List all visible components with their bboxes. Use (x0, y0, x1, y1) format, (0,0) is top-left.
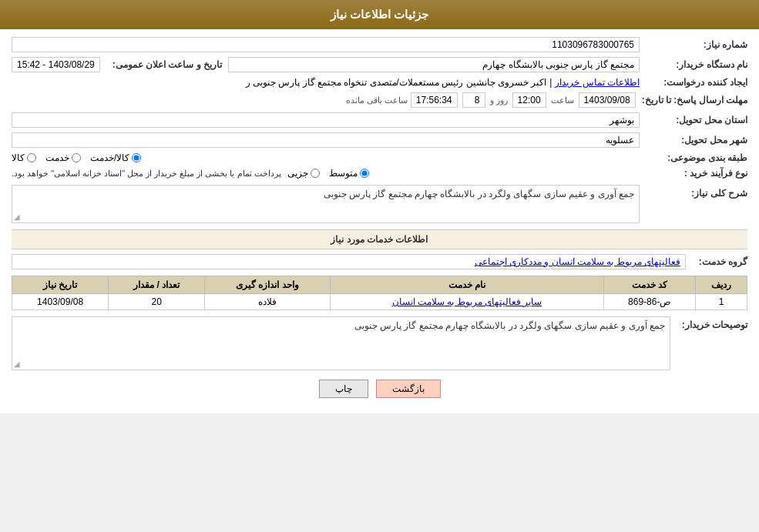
radio-khadamat-input[interactable] (72, 153, 81, 162)
radio-kala-khadamat-input[interactable] (132, 153, 141, 162)
noeFarayand-label: نوع فرآیند خرید : (640, 168, 747, 179)
col-tedad: تعداد / مقدار (109, 276, 205, 294)
radio-mottavaset-input[interactable] (360, 169, 369, 178)
radio-kala-label: کالا (12, 152, 25, 163)
tarikh-label: تاریخ و ساعت اعلان عمومی: (106, 59, 222, 70)
mohlat-remaining: 17:56:34 (411, 92, 458, 108)
tosifat-row: توصیحات خریدار: جمع آوری و عقیم سازی سگه… (12, 316, 747, 370)
cell-tedad: 20 (109, 294, 205, 310)
tosifat-box: جمع آوری و عقیم سازی سگهای ولگرد در بالا… (12, 316, 670, 370)
radio-kala: کالا (12, 152, 36, 163)
sharh-niaz-label: شرح کلی نیاز: (640, 185, 747, 199)
shomare-niaz-label: شماره نیاز: (640, 39, 747, 50)
radio-kala-khadamat: کالا/خدمت (90, 152, 141, 163)
cell-vahed: فلاده (205, 294, 330, 310)
page-header: جزئیات اطلاعات نیاز (0, 0, 759, 29)
tosifat-label: توصیحات خریدار: (670, 316, 747, 330)
cell-radif: 1 (696, 294, 747, 310)
sharh-niaz-box: جمع آوری و عقیم سازی سگهای ولگرد در بالا… (12, 185, 640, 223)
radio-jazzi-label: جزیی (287, 168, 308, 179)
mohlat-date: 1403/09/08 (579, 92, 636, 108)
radio-khadamat: خدمت (45, 152, 81, 163)
cell-kod: ص-86-869 (604, 294, 696, 310)
noeFarayand-row: نوع فرآیند خرید : متوسط جزیی پرداخت تمام… (12, 168, 747, 179)
table-header-row: ردیف کد خدمت نام خدمت واحد اندازه گیری ت… (12, 276, 747, 294)
tosifat-value: جمع آوری و عقیم سازی سگهای ولگرد در بالا… (354, 320, 665, 331)
radio-mottavaset: متوسط (329, 168, 369, 179)
col-radif: ردیف (696, 276, 747, 294)
cell-tarikh: 1403/09/08 (12, 294, 109, 310)
sharh-niaz-row: شرح کلی نیاز: جمع آوری و عقیم سازی سگهای… (12, 185, 747, 223)
ijad-konnande-row: ایجاد کننده درخواست: اطلاعات تماس خریدار… (12, 77, 747, 88)
radio-jazzi: جزیی (287, 168, 320, 179)
col-tarikh: تاریخ نیاز (12, 276, 109, 294)
grohe-khadamat-row: گروه خدمت: فعالیتهای مربوط به سلامت انسا… (12, 254, 747, 269)
col-nam: نام خدمت (330, 276, 604, 294)
tabaghe-label: طبقه بندی موضوعی: (640, 152, 747, 163)
remaining-label: ساعت باقی مانده (346, 95, 408, 105)
mohlat-rooz: 8 (462, 92, 485, 108)
services-tbody: 1 ص-86-869 سایر فعالیتهای مربوط به سلامت… (12, 294, 747, 310)
page-container: جزئیات اطلاعات نیاز شماره نیاز: 11030967… (0, 0, 759, 413)
tarikh-value: 1403/08/29 - 15:42 (12, 57, 100, 72)
radio-kala-khadamat-label: کالا/خدمت (90, 152, 129, 163)
shahr-value: عسلویه (12, 132, 640, 148)
radio-mottavaset-label: متوسط (329, 168, 358, 179)
ostan-label: استان محل تحویل: (640, 115, 747, 125)
col-vahed: واحد اندازه گیری (205, 276, 330, 294)
chap-button[interactable]: چاپ (319, 380, 368, 398)
ostan-value: بوشهر (12, 112, 640, 128)
content-area: شماره نیاز: 1103096783000765 نام دستگاه … (0, 29, 759, 413)
page-title: جزئیات اطلاعات نیاز (331, 8, 428, 21)
ostan-row: استان محل تحویل: بوشهر (12, 112, 747, 128)
ijad-konnande-label: ایجاد کننده درخواست: (640, 77, 747, 88)
ijad-konnande-link[interactable]: اطلاعات تماس خریدار (555, 77, 640, 88)
table-row: 1 ص-86-869 سایر فعالیتهای مربوط به سلامت… (12, 294, 747, 310)
resize-handle2: ◢ (14, 360, 20, 368)
radio-khadamat-label: خدمت (45, 152, 69, 163)
nam-dastgah-value: مجتمع گاز پارس جنوبی بالابشگاه چهارم (228, 57, 640, 72)
rooz-label: روز و (490, 95, 508, 105)
shahr-row: شهر محل تحویل: عسلویه (12, 132, 747, 148)
services-table: ردیف کد خدمت نام خدمت واحد اندازه گیری ت… (12, 276, 747, 310)
ijad-konnande-value: اکبر خسروی جانشین رئیس مستعملات/متصدی تن… (246, 77, 547, 88)
shahr-label: شهر محل تحویل: (640, 135, 747, 146)
bazgasht-button[interactable]: بازگشت (376, 380, 441, 398)
grohe-khadamat-link[interactable]: فعالیتهای مربوط به سلامت انسان و مددکاری… (475, 256, 680, 267)
radio-jazzi-input[interactable] (311, 169, 320, 178)
shomare-niaz-value: 1103096783000765 (12, 37, 640, 52)
shomare-niaz-row: شماره نیاز: 1103096783000765 (12, 37, 747, 52)
farayand-notice: پرداخت تمام یا بخشی از مبلغ خریدار از مح… (12, 169, 281, 179)
services-table-container: ردیف کد خدمت نام خدمت واحد اندازه گیری ت… (12, 276, 747, 310)
cell-nam: سایر فعالیتهای مربوط به سلامت انسان (330, 294, 604, 310)
main-form: شماره نیاز: 1103096783000765 نام دستگاه … (12, 37, 747, 370)
saat-label: ساعت (551, 95, 574, 105)
mohlat-saat: 12:00 (512, 92, 546, 108)
tarikh-namDastgah-row: نام دستگاه خریدار: مجتمع گاز پارس جنوبی … (12, 57, 747, 72)
tabaghe-row: طبقه بندی موضوعی: کالا/خدمت خدمت کالا (12, 152, 747, 163)
sharh-niaz-value: جمع آوری و عقیم سازی سگهای ولگرد در بالا… (324, 189, 634, 199)
grohe-khadamat-label: گروه خدمت: (686, 256, 747, 267)
button-row: بازگشت چاپ (12, 380, 747, 398)
tabaghe-radio-group: کالا/خدمت خدمت کالا (12, 152, 640, 163)
radio-kala-input[interactable] (27, 153, 36, 162)
nam-dastgah-label: نام دستگاه خریدار: (640, 59, 747, 70)
khadamat-section-title: اطلاعات خدمات مورد نیاز (12, 229, 747, 249)
grohe-khadamat-value: فعالیتهای مربوط به سلامت انسان و مددکاری… (12, 254, 686, 269)
farayand-radio-group: متوسط جزیی (287, 168, 640, 179)
resize-handle: ◢ (14, 212, 20, 221)
mohlat-row: مهلت ارسال پاسخ: تا تاریخ: 1403/09/08 سا… (12, 92, 747, 108)
col-kod: کد خدمت (604, 276, 696, 294)
mohlat-label: مهلت ارسال پاسخ: تا تاریخ: (636, 95, 747, 105)
